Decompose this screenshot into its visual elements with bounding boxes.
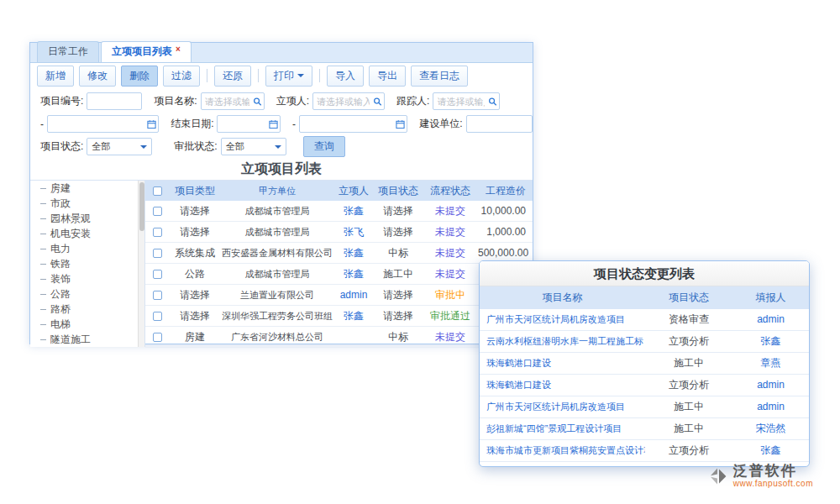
popup-row[interactable]: 广州市天河区统计局机房改造项目 施工中 admin [480,396,809,418]
row-checkbox[interactable] [153,207,162,216]
popup-status: 立项分析 [645,440,732,461]
popup-project-link[interactable]: 广州市天河区统计局机房改造项目 [480,396,645,417]
table-row[interactable]: 请选择 成都城市管理局 张飞 请选择 未提交 1,000.00 [145,222,533,243]
range-date-input[interactable] [299,115,407,133]
table-row[interactable]: 系统集成 西安盛器金属材料有限公司 张鑫 中标 未提交 500,000.00 [145,243,533,264]
tree-scrollbar-thumb[interactable] [139,182,144,231]
select-all-checkbox[interactable] [153,186,162,196]
tree-item-railway[interactable]: 铁路 [30,256,144,271]
calendar-icon[interactable] [396,119,405,129]
import-button[interactable]: 导入 [327,66,364,87]
popup-row[interactable]: 珠海市城市更新项目紫桐苑安置点设计项目 立项分析 张鑫 [480,440,809,462]
popup-project-link[interactable]: 云南水利枢纽潜明水库一期工程施工标 [480,331,645,352]
tree-item-tunnel[interactable]: 隧道施工 [30,332,144,347]
edit-button[interactable]: 修改 [79,66,116,87]
row-checkbox[interactable] [153,291,162,300]
project-status-select[interactable]: 全部 [87,138,152,155]
print-button[interactable]: 打印 [265,66,312,87]
restore-button[interactable]: 还原 [214,66,251,87]
row-checkbox[interactable] [153,228,162,237]
cell-creator-link[interactable]: 张鑫 [333,201,374,221]
row-checkbox[interactable] [153,270,162,279]
row-checkbox[interactable] [153,333,162,342]
cell-creator-link[interactable] [333,327,374,347]
table-row[interactable]: 请选择 兰迪置业有限公司 admin 请选择 审批中 [145,285,533,306]
tree-item-landscape[interactable]: 园林景观 [30,211,144,226]
popup-project-link[interactable]: 珠海市城市更新项目紫桐苑安置点设计项目 [480,440,645,461]
popup-project-link[interactable]: 彭祖新城“四馆”景观工程设计项目 [480,418,645,439]
search-icon[interactable] [488,97,497,106]
cell-unit: 成都城市管理局 [221,201,333,221]
fanpu-logo: 泛普软件 www.fanpusoft.com [708,463,813,489]
tree-scrollbar[interactable] [138,181,144,347]
tree-item-highway[interactable]: 公路 [30,286,144,302]
approval-status-select[interactable]: 全部 [221,138,286,155]
popup-project-link[interactable]: 珠海鹤港口建设 [480,353,645,374]
toolbar-separator [207,69,207,82]
delete-button[interactable]: 删除 [121,66,158,87]
cell-unit: 深圳华强工程劳务公司班组 [221,306,333,326]
cell-creator-link[interactable]: 张鑫 [333,264,374,284]
logo-url[interactable]: www.fanpusoft.com [733,479,813,489]
tree-item-elevator[interactable]: 电梯 [30,317,144,332]
cell-flow-status: 未提交 [423,243,478,263]
popup-project-link[interactable]: 珠海鹤港口建设 [480,375,645,396]
popup-reporter-link[interactable]: admin [732,309,809,330]
popup-row[interactable]: 广州市天河区统计局机房改造项目 资格审查 admin [480,309,809,331]
popup-reporter-link[interactable]: admin [732,375,809,396]
cell-creator-link[interactable]: 张飞 [333,222,374,242]
popup-row[interactable]: 彭祖新城“四馆”景观工程设计项目 施工中 宋浩然 [480,418,809,440]
cell-creator-link[interactable]: admin [333,285,374,305]
popup-row[interactable]: 珠海鹤港口建设 立项分析 admin [480,375,809,396]
filter-button[interactable]: 过滤 [163,66,200,87]
add-button[interactable]: 新增 [37,66,74,87]
popup-project-link[interactable]: 广州市天河区统计局机房改造项目 [480,309,645,330]
table-row[interactable]: 请选择 成都城市管理局 张鑫 请选择 未提交 10,000.00 [145,201,533,222]
tree-item-municipal[interactable]: 市政 [30,196,144,211]
desktop: 日常工作 立项项目列表× 新增 修改 删除 过滤 还原 打印 导入 导出 查看日… [0,0,840,504]
tab-daily-work[interactable]: 日常工作 [37,41,99,62]
cell-type: 请选择 [169,306,221,326]
popup-header-name: 项目名称 [480,286,645,309]
tree-item-decoration[interactable]: 装饰 [30,271,144,286]
table-row[interactable]: 公路 成都城市管理局 张鑫 施工中 未提交 [145,264,533,285]
row-checkbox[interactable] [153,312,162,321]
tree-item-mechanical[interactable]: 机电安装 [30,226,144,241]
view-log-button[interactable]: 查看日志 [411,66,468,87]
popup-header-reporter: 填报人 [732,286,809,309]
tree-item-power[interactable]: 电力 [30,241,144,256]
table-row[interactable]: 房建 广东省河沙材料总公司 中标 未提交 [145,327,533,348]
row-checkbox[interactable] [153,249,162,258]
tree-item-housing[interactable]: 房建 [30,181,144,196]
project-no-input[interactable] [87,92,142,110]
popup-reporter-link[interactable]: 张鑫 [732,331,809,352]
popup-reporter-link[interactable]: 宋浩然 [732,418,809,439]
cell-creator-link[interactable]: 张鑫 [333,306,374,326]
cell-unit: 广东省河沙材料总公司 [221,327,333,347]
query-button[interactable]: 查询 [303,136,345,157]
cell-creator-link[interactable]: 张鑫 [333,243,374,263]
approval-status-label: 审批状态: [174,139,217,154]
start-date-input[interactable] [47,115,159,133]
popup-row[interactable]: 珠海鹤港口建设 施工中 章燕 [480,353,809,375]
tree-item-bridge[interactable]: 路桥 [30,302,144,317]
list-title: 立项项目列表 [30,160,533,180]
export-button[interactable]: 导出 [369,66,406,87]
calendar-icon[interactable] [147,119,156,129]
tab-close-icon[interactable]: × [176,45,181,54]
table-row[interactable]: 请选择 深圳华强工程劳务公司班组 张鑫 请选择 审批通过 [145,306,533,327]
popup-reporter-link[interactable]: 章燕 [732,353,809,374]
search-icon[interactable] [253,97,262,106]
cell-price: 10,000.00 [478,201,531,221]
build-unit-input[interactable] [466,115,533,133]
build-unit-label: 建设单位: [419,117,462,131]
popup-row[interactable]: 云南水利枢纽潜明水库一期工程施工标 立项分析 张鑫 [480,331,809,353]
header-price: 工程造价 [478,181,531,201]
search-icon[interactable] [373,97,382,106]
tab-project-approval-list[interactable]: 立项项目列表× [101,41,192,62]
popup-reporter-link[interactable]: admin [732,396,809,417]
calendar-icon[interactable] [269,119,278,129]
cell-flow-status: 未提交 [423,327,478,347]
popup-reporter-link[interactable]: 张鑫 [732,440,809,461]
category-tree: 房建 市政 园林景观 机电安装 电力 铁路 装饰 公路 路桥 电梯 隧道施工 [30,181,145,347]
